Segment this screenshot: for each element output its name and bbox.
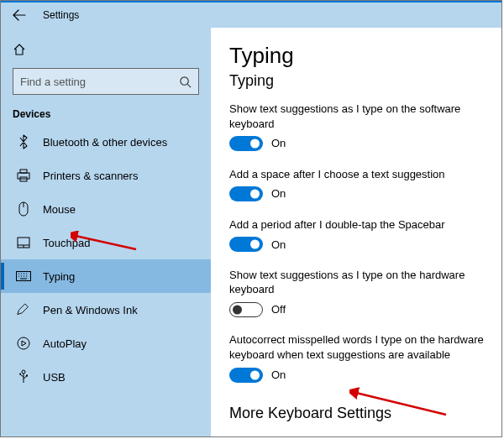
sidebar-item-autoplay[interactable]: AutoPlay bbox=[13, 327, 199, 360]
setting-add-space: Add a space after I choose a text sugges… bbox=[229, 167, 485, 206]
setting-label: Add a period after I double-tap the Spac… bbox=[229, 217, 485, 233]
search-input[interactable]: Find a setting bbox=[13, 68, 199, 95]
toggle-autocorrect[interactable]: On bbox=[229, 368, 286, 383]
setting-label: Show text suggestions as I type on the h… bbox=[229, 268, 485, 297]
sidebar-item-label: AutoPlay bbox=[43, 337, 87, 350]
content-pane: Typing Typing Show text suggestions as I… bbox=[211, 28, 501, 436]
svg-point-23 bbox=[19, 374, 21, 375]
back-button[interactable] bbox=[6, 9, 33, 21]
svg-rect-2 bbox=[20, 170, 27, 173]
sidebar-item-touchpad[interactable]: Touchpad bbox=[13, 226, 199, 259]
app-title: Settings bbox=[43, 9, 79, 21]
section-title-more: More Keyboard Settings bbox=[229, 405, 485, 422]
svg-line-1 bbox=[187, 84, 191, 87]
svg-point-21 bbox=[22, 370, 25, 374]
sidebar-item-typing[interactable]: Typing bbox=[1, 259, 211, 293]
search-placeholder: Find a setting bbox=[20, 76, 86, 88]
touchpad-icon bbox=[16, 237, 31, 248]
sidebar-item-usb[interactable]: USB bbox=[13, 360, 199, 394]
sidebar-item-label: Touchpad bbox=[43, 237, 90, 249]
toggle-software-suggestions[interactable]: On bbox=[229, 136, 286, 151]
sidebar-item-bluetooth[interactable]: Bluetooth & other devices bbox=[13, 125, 199, 159]
toggle-state: On bbox=[271, 136, 286, 151]
home-button[interactable] bbox=[13, 36, 199, 63]
sidebar-item-label: Printers & scanners bbox=[43, 170, 138, 182]
setting-hardware-suggestions: Show text suggestions as I type on the h… bbox=[229, 268, 485, 321]
sidebar-group-label: Devices bbox=[13, 108, 199, 120]
svg-rect-24 bbox=[26, 375, 28, 377]
setting-software-suggestions: Show text suggestions as I type on the s… bbox=[229, 102, 485, 155]
toggle-state: On bbox=[271, 186, 286, 201]
svg-rect-3 bbox=[18, 173, 29, 179]
keyboard-icon bbox=[16, 271, 31, 281]
printer-icon bbox=[16, 169, 31, 182]
bluetooth-icon bbox=[16, 134, 31, 149]
toggle-state: On bbox=[271, 368, 286, 383]
mouse-icon bbox=[16, 201, 31, 217]
sidebar-item-label: USB bbox=[43, 371, 66, 384]
setting-label: Show text suggestions as I type on the s… bbox=[229, 102, 485, 131]
setting-add-period: Add a period after I double-tap the Spac… bbox=[229, 217, 485, 256]
toggle-state: Off bbox=[271, 302, 286, 317]
sidebar-item-label: Mouse bbox=[43, 203, 76, 216]
search-icon bbox=[179, 76, 192, 88]
sidebar-item-label: Bluetooth & other devices bbox=[43, 136, 167, 149]
pen-icon bbox=[16, 303, 31, 316]
svg-point-20 bbox=[18, 337, 29, 349]
sidebar-item-printers[interactable]: Printers & scanners bbox=[13, 159, 199, 192]
sidebar: Find a setting Devices Bluetooth & other… bbox=[1, 28, 211, 436]
advanced-keyboard-link[interactable]: Advanced keyboard settings bbox=[229, 434, 366, 436]
toggle-hardware-suggestions[interactable]: Off bbox=[229, 302, 286, 317]
sidebar-nav: Bluetooth & other devices Printers & sca… bbox=[13, 125, 199, 394]
usb-icon bbox=[16, 369, 31, 384]
sidebar-item-pen[interactable]: Pen & Windows Ink bbox=[13, 293, 199, 327]
svg-point-0 bbox=[181, 76, 188, 84]
section-title-typing: Typing bbox=[229, 72, 485, 90]
sidebar-item-label: Pen & Windows Ink bbox=[43, 304, 138, 316]
setting-autocorrect: Autocorrect misspelled words I type on t… bbox=[229, 332, 485, 386]
toggle-state: On bbox=[271, 238, 286, 253]
page-title: Typing bbox=[229, 43, 485, 69]
sidebar-item-mouse[interactable]: Mouse bbox=[13, 192, 199, 226]
toggle-add-space[interactable]: On bbox=[229, 186, 286, 201]
setting-label: Autocorrect misspelled words I type on t… bbox=[229, 332, 485, 362]
toggle-add-period[interactable]: On bbox=[229, 237, 286, 252]
sidebar-item-label: Typing bbox=[43, 270, 75, 283]
home-icon bbox=[13, 43, 26, 56]
setting-label: Add a space after I choose a text sugges… bbox=[229, 167, 485, 182]
autoplay-icon bbox=[16, 337, 31, 350]
title-bar: Settings bbox=[1, 3, 501, 28]
